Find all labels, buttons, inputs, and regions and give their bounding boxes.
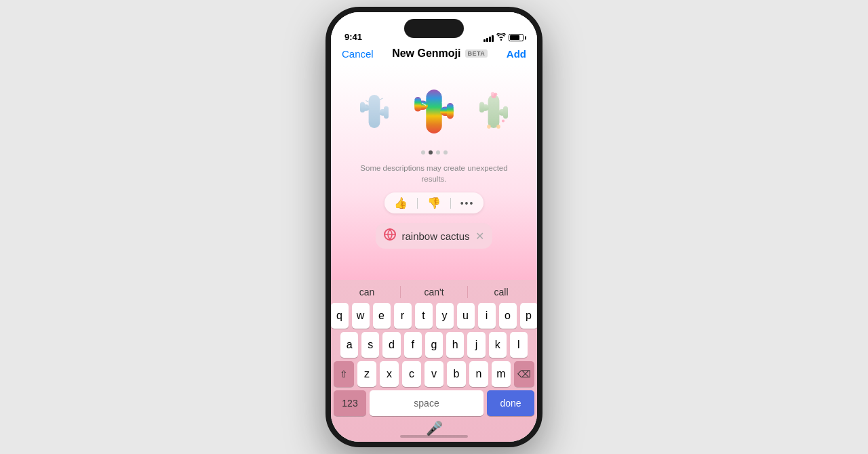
nav-title-wrap: New Genmoji BETA: [392, 47, 488, 60]
key-row-3: ⇧ z x c v b n m ⌫: [334, 361, 534, 387]
svg-point-26: [494, 93, 497, 96]
key-row-1: q w e r t y u i o p: [334, 303, 534, 329]
svg-rect-0: [369, 95, 380, 128]
key-n[interactable]: n: [469, 361, 488, 387]
thumbs-up-button[interactable]: 👍: [394, 197, 408, 209]
emoji-area: Some descriptions may create unexpected …: [331, 65, 537, 280]
key-y[interactable]: y: [436, 303, 454, 329]
reaction-divider-1: [417, 198, 418, 209]
key-w[interactable]: w: [352, 303, 370, 329]
pagination-dots: [421, 150, 448, 154]
key-m[interactable]: m: [492, 361, 511, 387]
thumbs-down-button[interactable]: 👎: [427, 197, 441, 209]
key-b[interactable]: b: [447, 361, 466, 387]
more-options-button[interactable]: •••: [460, 198, 475, 209]
svg-point-27: [487, 125, 491, 129]
search-input-text: rainbow cactus: [401, 230, 469, 242]
key-c[interactable]: c: [402, 361, 421, 387]
signal-bar-1: [484, 39, 486, 42]
svg-rect-10: [414, 97, 421, 112]
svg-rect-23: [503, 106, 508, 119]
key-r[interactable]: r: [394, 303, 412, 329]
key-f[interactable]: f: [404, 332, 422, 358]
key-z[interactable]: z: [357, 361, 376, 387]
signal-bar-4: [492, 35, 494, 42]
key-a[interactable]: a: [340, 332, 358, 358]
emoji-carousel: [331, 79, 537, 140]
signal-bars: [484, 34, 494, 42]
home-indicator: [400, 435, 468, 438]
svg-rect-21: [479, 102, 484, 112]
key-x[interactable]: x: [380, 361, 399, 387]
key-v[interactable]: v: [425, 361, 443, 387]
battery-icon: [509, 34, 524, 41]
add-button[interactable]: Add: [507, 48, 526, 60]
dynamic-island: [404, 19, 464, 38]
svg-point-29: [502, 119, 505, 122]
autocomplete-call[interactable]: call: [468, 285, 534, 299]
svg-line-17: [412, 98, 415, 101]
beta-badge: BETA: [465, 49, 488, 58]
status-icons: [484, 33, 524, 42]
key-s[interactable]: s: [361, 332, 379, 358]
emoji-right[interactable]: [470, 85, 517, 133]
key-e[interactable]: e: [373, 303, 391, 329]
svg-line-7: [380, 98, 382, 100]
key-row-2: a s d f g h j k l: [334, 332, 534, 358]
key-d[interactable]: d: [382, 332, 400, 358]
key-row-bottom: 123 space done: [334, 390, 534, 416]
reaction-bar: 👍 👎 •••: [384, 192, 484, 213]
space-button[interactable]: space: [370, 390, 484, 416]
svg-line-15: [442, 94, 446, 96]
genmoji-icon: [384, 228, 396, 243]
emoji-center[interactable]: [403, 79, 465, 140]
svg-rect-8: [426, 89, 441, 133]
key-j[interactable]: j: [467, 332, 485, 358]
reaction-divider-2: [450, 198, 451, 209]
svg-line-13: [422, 96, 426, 98]
key-q[interactable]: q: [331, 303, 349, 329]
phone-frame: 9:41: [326, 7, 542, 447]
battery-fill: [510, 35, 519, 40]
svg-rect-4: [384, 106, 389, 119]
dot-3[interactable]: [443, 150, 448, 154]
key-o[interactable]: o: [499, 303, 517, 329]
status-time: 9:41: [344, 32, 362, 42]
autocomplete-cant[interactable]: can't: [401, 285, 467, 299]
microphone-icon[interactable]: 🎤: [426, 420, 443, 436]
autocomplete-can[interactable]: can: [334, 285, 400, 299]
signal-bar-2: [486, 38, 488, 42]
done-button[interactable]: done: [487, 390, 534, 416]
svg-point-28: [496, 125, 500, 129]
svg-rect-2: [360, 102, 365, 112]
key-i[interactable]: i: [478, 303, 496, 329]
signal-bar-3: [489, 37, 491, 42]
wifi-icon: [496, 33, 506, 42]
dot-1[interactable]: [429, 150, 433, 154]
search-input-area[interactable]: rainbow cactus ✕: [376, 223, 492, 249]
page-title: New Genmoji: [392, 47, 460, 60]
key-k[interactable]: k: [489, 332, 507, 358]
key-p[interactable]: p: [520, 303, 538, 329]
key-u[interactable]: u: [457, 303, 475, 329]
dot-0[interactable]: [421, 150, 425, 154]
dot-2[interactable]: [436, 150, 440, 154]
svg-line-18: [454, 104, 456, 107]
svg-line-5: [366, 100, 368, 102]
autocomplete-row: can can't call: [334, 283, 534, 303]
svg-rect-12: [447, 103, 454, 119]
key-t[interactable]: t: [415, 303, 433, 329]
svg-rect-19: [488, 95, 500, 128]
key-g[interactable]: g: [425, 332, 443, 358]
cancel-button[interactable]: Cancel: [342, 48, 374, 60]
svg-line-16: [442, 100, 446, 103]
screen: 9:41: [331, 12, 537, 442]
emoji-left[interactable]: [351, 85, 398, 133]
shift-button[interactable]: ⇧: [334, 361, 354, 387]
disclaimer-text: Some descriptions may create unexpected …: [331, 163, 537, 184]
key-h[interactable]: h: [446, 332, 464, 358]
numbers-button[interactable]: 123: [334, 390, 366, 416]
key-l[interactable]: l: [510, 332, 528, 358]
clear-input-button[interactable]: ✕: [475, 230, 484, 243]
delete-button[interactable]: ⌫: [514, 361, 534, 387]
